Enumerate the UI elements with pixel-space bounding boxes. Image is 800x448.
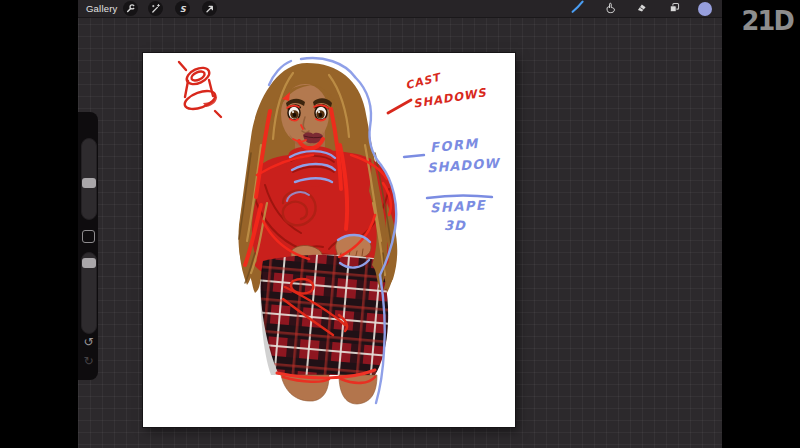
procreate-workspace: Gallery S <box>78 0 722 448</box>
actions-button[interactable] <box>123 1 138 16</box>
annotation-shape-line1: SHAPE <box>430 198 487 216</box>
opacity-handle[interactable] <box>82 258 96 268</box>
sidebar: ↺ ↻ <box>78 112 98 380</box>
channel-watermark: 21D <box>742 5 799 36</box>
modify-button[interactable] <box>82 230 95 243</box>
brush-icon <box>570 0 585 18</box>
magic-wand-icon <box>150 3 161 14</box>
erase-button[interactable] <box>633 1 649 16</box>
wrench-icon <box>125 3 136 14</box>
character-illustration <box>143 53 515 427</box>
canvas[interactable]: CAST SHADOWS FORM SHADOW SHAPE 3D <box>143 53 515 427</box>
adjustments-button[interactable] <box>148 1 163 16</box>
eraser-icon <box>635 0 648 18</box>
smudge-finger-icon <box>604 0 617 18</box>
color-button[interactable] <box>698 2 712 16</box>
opacity-slider[interactable] <box>81 252 97 334</box>
selection-s-icon: S <box>177 3 188 14</box>
brush-size-handle[interactable] <box>82 178 96 188</box>
gallery-button[interactable]: Gallery <box>86 0 118 17</box>
layers-button[interactable] <box>666 1 682 16</box>
brush-button[interactable] <box>569 1 585 16</box>
redo-button[interactable]: ↻ <box>81 355 96 367</box>
top-toolbar: Gallery S <box>78 0 722 18</box>
selection-button[interactable]: S <box>175 1 190 16</box>
annotation-shape-line2: 3D <box>444 218 466 233</box>
svg-text:S: S <box>180 4 187 14</box>
arrow-cursor-icon <box>204 3 215 14</box>
undo-button[interactable]: ↺ <box>81 336 96 348</box>
transform-button[interactable] <box>202 1 217 16</box>
layers-icon <box>668 0 681 18</box>
brush-size-slider[interactable] <box>81 138 97 220</box>
smudge-button[interactable] <box>602 1 618 16</box>
